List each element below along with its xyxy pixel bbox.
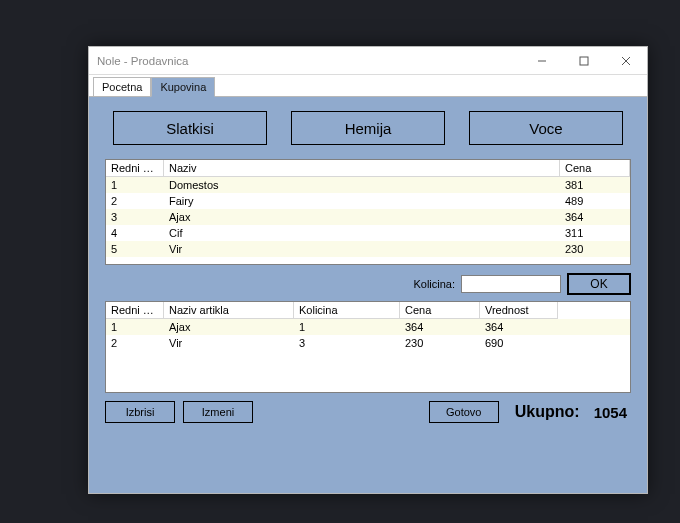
- maximize-button[interactable]: [563, 47, 605, 75]
- col-cena[interactable]: Cena: [400, 302, 480, 319]
- col-redni[interactable]: Redni broj: [106, 160, 164, 177]
- cart-list[interactable]: Redni broj Naziv artikla Kolicina Cena V…: [105, 301, 631, 393]
- titlebar[interactable]: Nole - Prodavnica: [89, 47, 647, 75]
- quantity-input[interactable]: [461, 275, 561, 293]
- quantity-label: Kolicina:: [413, 278, 455, 290]
- svg-rect-1: [580, 57, 588, 65]
- table-row[interactable]: 4 Cif 311: [106, 225, 630, 241]
- total-label: Ukupno:: [515, 403, 580, 421]
- category-slatkisi-button[interactable]: Slatkisi: [113, 111, 267, 145]
- col-kolicina[interactable]: Kolicina: [294, 302, 400, 319]
- table-row[interactable]: 3 Ajax 364: [106, 209, 630, 225]
- minimize-button[interactable]: [521, 47, 563, 75]
- total-value: 1054: [594, 404, 627, 421]
- col-naziv[interactable]: Naziv: [164, 160, 560, 177]
- edit-button[interactable]: Izmeni: [183, 401, 253, 423]
- category-row: Slatkisi Hemija Voce: [105, 111, 631, 145]
- col-vrednost[interactable]: Vrednost: [480, 302, 558, 319]
- footer-row: Izbrisi Izmeni Gotovo Ukupno: 1054: [105, 401, 631, 423]
- category-voce-button[interactable]: Voce: [469, 111, 623, 145]
- products-list[interactable]: Redni broj Naziv Cena 1 Domestos 381 2 F…: [105, 159, 631, 265]
- done-button[interactable]: Gotovo: [429, 401, 499, 423]
- col-cena[interactable]: Cena: [560, 160, 630, 177]
- category-hemija-button[interactable]: Hemija: [291, 111, 445, 145]
- col-redni[interactable]: Redni broj: [106, 302, 164, 319]
- table-row[interactable]: 1 Domestos 381: [106, 177, 630, 193]
- quantity-row: Kolicina: OK: [105, 273, 631, 295]
- ok-button[interactable]: OK: [567, 273, 631, 295]
- delete-button[interactable]: Izbrisi: [105, 401, 175, 423]
- app-window: Nole - Prodavnica Pocetna Kupovina Slatk…: [88, 46, 648, 494]
- window-title: Nole - Prodavnica: [97, 55, 188, 67]
- tab-pocetna[interactable]: Pocetna: [93, 77, 151, 97]
- table-row[interactable]: 1 Ajax 1 364 364: [106, 319, 630, 335]
- close-button[interactable]: [605, 47, 647, 75]
- tab-kupovina[interactable]: Kupovina: [151, 77, 215, 97]
- tabstrip: Pocetna Kupovina: [89, 75, 647, 97]
- client-area: Slatkisi Hemija Voce Redni broj Naziv Ce…: [89, 97, 647, 493]
- table-row[interactable]: 2 Fairy 489: [106, 193, 630, 209]
- table-row[interactable]: 2 Vir 3 230 690: [106, 335, 630, 351]
- col-naziv-artikla[interactable]: Naziv artikla: [164, 302, 294, 319]
- table-row[interactable]: 5 Vir 230: [106, 241, 630, 257]
